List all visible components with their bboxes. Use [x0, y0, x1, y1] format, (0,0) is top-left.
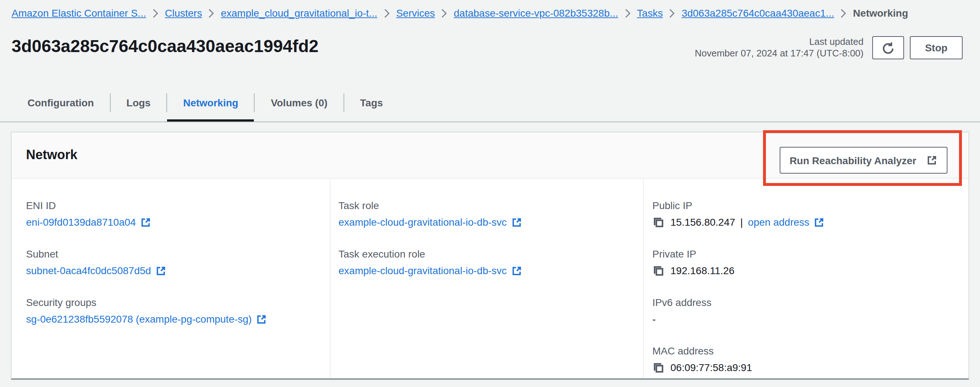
- external-link-icon: [256, 314, 267, 325]
- network-panel-content: ENI IDeni-09fd0139da8710a04 Subnetsubnet…: [11, 179, 969, 378]
- refresh-icon: [881, 41, 895, 54]
- public-ip-separator: |: [740, 214, 743, 230]
- breadcrumb-item-6[interactable]: 3d063a285c764c0caa430aeac1...: [682, 7, 834, 19]
- eni-id-value-row: eni-09fd0139da8710a04: [26, 214, 330, 230]
- external-link-icon: [926, 155, 937, 166]
- eni-id-field: ENI IDeni-09fd0139da8710a04: [26, 198, 330, 230]
- public-ip-value-row: 15.156.80.247|open address: [652, 214, 969, 230]
- breadcrumb-item-current: Networking: [853, 7, 908, 19]
- task-role-value-row: example-cloud-gravitational-io-db-svc: [339, 214, 643, 230]
- page-title: 3d063a285c764c0caa430aeac1994fd2: [11, 36, 318, 56]
- public-ip-label: Public IP: [652, 198, 969, 213]
- run-reachability-analyzer-label: Run Reachability Analyzer: [789, 154, 916, 166]
- chevron-right-icon: [442, 8, 447, 18]
- network-column-3: Public IP 15.156.80.247|open address Pri…: [643, 179, 969, 378]
- chevron-right-icon: [208, 8, 215, 18]
- stop-button[interactable]: Stop: [910, 36, 963, 59]
- private-ip-value: 192.168.11.26: [670, 263, 735, 279]
- ecs-task-networking-page: Amazon Elastic Container S... Clusters e…: [0, 0, 980, 387]
- ipv6-address-value: -: [652, 311, 655, 327]
- task-execution-role-field: Task execution roleexample-cloud-gravita…: [339, 247, 643, 279]
- mac-address-value: 06:09:77:58:a9:91: [670, 360, 752, 376]
- public-ip-value: 15.156.80.247: [670, 214, 735, 230]
- task-execution-role-link[interactable]: example-cloud-gravitational-io-db-svc: [339, 263, 507, 279]
- chevron-right-icon: [841, 8, 846, 18]
- private-ip-field: Private IP 192.168.11.26: [652, 247, 969, 279]
- tab-tags[interactable]: Tags: [344, 83, 399, 122]
- last-updated-value: November 07, 2024 at 17:47 (UTC-8:00): [695, 48, 864, 59]
- breadcrumb-item-2[interactable]: example_cloud_gravitational_io-t...: [221, 7, 377, 19]
- copy-icon[interactable]: [652, 216, 665, 228]
- tab-configuration[interactable]: Configuration: [11, 83, 110, 122]
- ipv6-address-label: IPv6 address: [652, 295, 969, 310]
- mac-address-label: MAC address: [652, 344, 969, 358]
- run-reachability-analyzer-button[interactable]: Run Reachability Analyzer: [779, 147, 947, 174]
- breadcrumb-item-5[interactable]: Tasks: [637, 7, 663, 19]
- external-link-icon: [814, 217, 824, 228]
- public-ip-field: Public IP 15.156.80.247|open address: [652, 198, 969, 230]
- breadcrumb-item-3[interactable]: Services: [396, 7, 435, 19]
- ipv6-address-field: IPv6 address-: [652, 295, 969, 327]
- tab-networking[interactable]: Networking: [167, 83, 254, 122]
- task-role-link[interactable]: example-cloud-gravitational-io-db-svc: [339, 214, 507, 230]
- breadcrumb-item-1[interactable]: Clusters: [165, 7, 202, 19]
- tab-logs[interactable]: Logs: [111, 83, 167, 122]
- public-ip-open-address-link[interactable]: open address: [748, 214, 809, 230]
- ipv6-address-value-row: -: [652, 311, 969, 327]
- security-groups-link[interactable]: sg-0e621238fb5592078 (example-pg-compute…: [26, 311, 252, 327]
- header-actions: Last updated November 07, 2024 at 17:47 …: [695, 36, 963, 59]
- private-ip-label: Private IP: [652, 247, 969, 261]
- subnet-field: Subnetsubnet-0aca4fc0dc5087d5d: [26, 247, 330, 279]
- chevron-right-icon: [625, 8, 630, 18]
- external-link-icon: [140, 217, 151, 228]
- tab-bar-rule: [0, 121, 980, 122]
- copy-icon[interactable]: [652, 362, 665, 374]
- task-role-field: Task roleexample-cloud-gravitational-io-…: [339, 198, 643, 230]
- mac-address-value-row: 06:09:77:58:a9:91: [652, 360, 969, 376]
- eni-id-label: ENI ID: [26, 198, 330, 213]
- last-updated-label: Last updated: [695, 36, 864, 48]
- refresh-button[interactable]: [872, 36, 904, 59]
- chevron-right-icon: [669, 8, 675, 18]
- breadcrumb-item-0[interactable]: Amazon Elastic Container S...: [11, 7, 146, 19]
- breadcrumb: Amazon Elastic Container S... Clusters e…: [11, 7, 908, 19]
- chevron-right-icon: [153, 8, 158, 18]
- network-column-1: ENI IDeni-09fd0139da8710a04 Subnetsubnet…: [11, 179, 330, 378]
- tab-volumes-0[interactable]: Volumes (0): [255, 83, 344, 122]
- chevron-right-icon: [384, 8, 390, 18]
- subnet-value-row: subnet-0aca4fc0dc5087d5d: [26, 263, 330, 279]
- external-link-icon: [511, 217, 522, 228]
- task-execution-role-value-row: example-cloud-gravitational-io-db-svc: [339, 263, 643, 279]
- task-execution-role-label: Task execution role: [339, 247, 643, 261]
- private-ip-value-row: 192.168.11.26: [652, 263, 969, 279]
- task-role-label: Task role: [339, 198, 643, 213]
- security-groups-label: Security groups: [26, 295, 330, 310]
- eni-id-link[interactable]: eni-09fd0139da8710a04: [26, 214, 136, 230]
- external-link-icon: [511, 265, 522, 276]
- network-column-2: Task roleexample-cloud-gravitational-io-…: [330, 179, 643, 378]
- copy-icon[interactable]: [652, 264, 665, 277]
- last-updated-text: Last updated November 07, 2024 at 17:47 …: [695, 36, 864, 59]
- security-groups-value-row: sg-0e621238fb5592078 (example-pg-compute…: [26, 311, 330, 327]
- security-groups-field: Security groupssg-0e621238fb5592078 (exa…: [26, 295, 330, 327]
- external-link-icon: [156, 265, 166, 276]
- mac-address-field: MAC address 06:09:77:58:a9:91: [652, 344, 969, 376]
- subnet-link[interactable]: subnet-0aca4fc0dc5087d5d: [26, 263, 151, 279]
- tab-bar: ConfigurationLogsNetworkingVolumes (0)Ta…: [11, 83, 399, 122]
- network-panel-title: Network: [26, 148, 77, 163]
- network-panel: Network Run Reachability Analyzer ENI ID…: [11, 132, 969, 380]
- subnet-label: Subnet: [26, 247, 330, 261]
- breadcrumb-item-4[interactable]: database-service-vpc-082b35328b...: [454, 7, 618, 19]
